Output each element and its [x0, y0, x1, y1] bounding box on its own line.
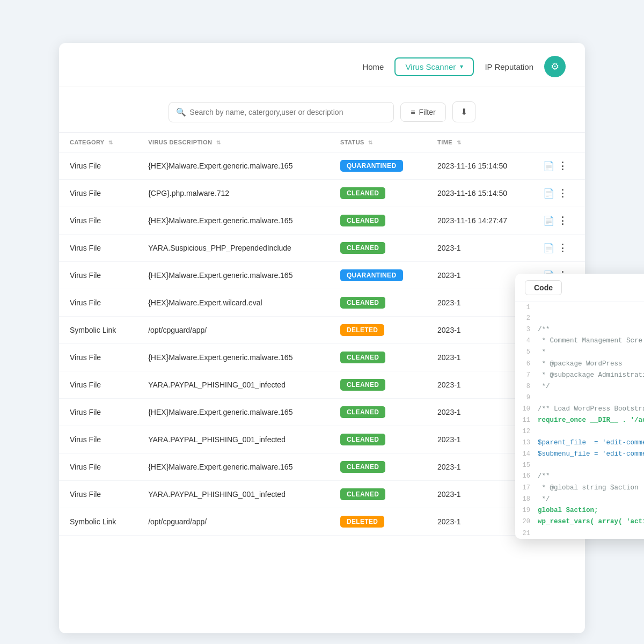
code-overlay-header: Code 386 lines (335 loc) · 11.3 KB	[515, 274, 644, 302]
table-row: Virus File YARA.PAYPAL_PHISHING_001_infe…	[59, 426, 585, 453]
filter-label: Filter	[419, 108, 436, 116]
cell-virus-desc: {CPG}.php.malware.712	[137, 180, 330, 207]
status-badge: CLEANED	[340, 406, 386, 418]
code-line-content: */	[538, 494, 644, 505]
more-options-icon[interactable]: ⋮	[558, 242, 567, 254]
line-number: 4	[521, 335, 538, 346]
code-line-content: * @global string $action	[538, 482, 644, 494]
search-input[interactable]	[169, 102, 394, 122]
download-button[interactable]: ⬇	[452, 101, 475, 122]
settings-gear-button[interactable]: ⚙	[544, 56, 566, 77]
line-number: 11	[521, 415, 538, 426]
col-time: TIME ⇅	[427, 133, 532, 152]
code-line: 5 *	[515, 347, 644, 358]
cell-virus-desc: {HEX}Malware.Expert.wilcard.eval	[137, 289, 330, 317]
gear-icon: ⚙	[551, 61, 559, 72]
code-line: 7 * @subpackage Administrati	[515, 370, 644, 381]
col-virus-description: VIRUS DESCRIPTION ⇅	[137, 133, 330, 152]
cell-time: 2023-11-16 14:27:47	[427, 207, 532, 235]
cell-virus-desc: {HEX}Malware.Expert.generic.malware.165	[137, 262, 330, 289]
code-line: 13$parent_file = 'edit-comme	[515, 437, 644, 449]
nav-ip-reputation[interactable]: IP Reputation	[485, 62, 533, 71]
sort-icon-3: ⇅	[368, 140, 372, 145]
cell-category: Virus File	[59, 262, 137, 289]
code-line-content: $parent_file = 'edit-comme	[538, 437, 644, 449]
cell-virus-desc: YARA.Suspicious_PHP_PrependedInclude	[137, 235, 330, 262]
status-badge: CLEANED	[340, 297, 386, 309]
view-icon[interactable]: 📄	[543, 215, 554, 226]
cell-virus-desc: {HEX}Malware.Expert.generic.malware.165	[137, 207, 330, 235]
line-number: 6	[521, 358, 538, 369]
view-icon[interactable]: 📄	[543, 160, 554, 172]
status-badge: DELETED	[340, 324, 385, 336]
code-line-content: wp_reset_vars( array( 'acti	[538, 516, 644, 528]
table-row: Symbolic Link /opt/cpguard/app/ DELETED …	[59, 508, 585, 536]
code-line: 16/**	[515, 471, 644, 482]
cell-category: Virus File	[59, 399, 137, 426]
table-row: Virus File {HEX}Malware.Expert.generic.m…	[59, 344, 585, 371]
sort-icon-2: ⇅	[216, 140, 221, 145]
virus-table: CATEGORY ⇅ VIRUS DESCRIPTION ⇅ STATUS ⇅ …	[59, 132, 585, 536]
line-number: 10	[521, 404, 538, 414]
chevron-down-icon: ▾	[460, 63, 463, 70]
status-badge: CLEANED	[340, 488, 386, 500]
line-number: 13	[521, 437, 538, 448]
code-line-content: /**	[538, 471, 644, 482]
table-header-row: CATEGORY ⇅ VIRUS DESCRIPTION ⇅ STATUS ⇅ …	[59, 133, 585, 152]
line-number: 12	[521, 426, 538, 437]
code-line: 4 * Comment Management Scre	[515, 335, 644, 347]
cell-status: DELETED	[330, 317, 427, 344]
code-overlay: Code 386 lines (335 loc) · 11.3 KB 123/*…	[515, 274, 644, 539]
table-row: Virus File {HEX}Malware.Expert.generic.m…	[59, 399, 585, 426]
main-card: Home Virus Scanner ▾ IP Reputation ⚙ 🔍 ≡…	[59, 43, 585, 633]
cell-status: CLEANED	[330, 481, 427, 508]
cell-status: CLEANED	[330, 207, 427, 235]
nav-virus-scanner[interactable]: Virus Scanner ▾	[394, 57, 474, 76]
line-number: 7	[521, 370, 538, 380]
table-row: Symbolic Link /opt/cpguard/app/ DELETED …	[59, 317, 585, 344]
cell-virus-desc: YARA.PAYPAL_PHISHING_001_infected	[137, 371, 330, 399]
cell-status: DELETED	[330, 508, 427, 536]
cell-virus-desc: YARA.PAYPAL_PHISHING_001_infected	[137, 426, 330, 453]
status-badge: CLEANED	[340, 187, 386, 199]
code-line: 20wp_reset_vars( array( 'acti	[515, 516, 644, 528]
table-row: Virus File YARA.PAYPAL_PHISHING_001_infe…	[59, 481, 585, 508]
view-icon[interactable]: 📄	[543, 188, 554, 199]
cell-category: Virus File	[59, 453, 137, 481]
search-icon: 🔍	[176, 107, 186, 117]
row-actions: 📄 ⋮	[543, 160, 574, 172]
more-options-icon[interactable]: ⋮	[558, 187, 567, 199]
line-number: 5	[521, 347, 538, 357]
code-line-content: * @subpackage Administrati	[538, 370, 644, 381]
table-row: Virus File {HEX}Malware.Expert.generic.m…	[59, 453, 585, 481]
line-number: 9	[521, 392, 538, 403]
code-line: 19global $action;	[515, 505, 644, 516]
code-line-content: */	[538, 381, 644, 392]
sort-icon: ⇅	[108, 140, 113, 145]
line-number: 20	[521, 516, 538, 527]
code-line: 1	[515, 302, 644, 313]
cell-status: CLEANED	[330, 235, 427, 262]
code-tab-button[interactable]: Code	[525, 280, 562, 295]
nav-home[interactable]: Home	[362, 62, 384, 71]
search-input-wrap: 🔍	[169, 102, 394, 122]
more-options-icon[interactable]: ⋮	[558, 160, 567, 172]
code-line: 10/** Load WordPress Bootstra	[515, 404, 644, 415]
table-row: Virus File {HEX}Malware.Expert.generic.m…	[59, 262, 585, 289]
table-row: Virus File {HEX}Malware.Expert.generic.m…	[59, 152, 585, 180]
code-line: 12	[515, 426, 644, 437]
code-line-content: * @package WordPress	[538, 358, 644, 370]
cell-virus-desc: /opt/cpguard/app/	[137, 508, 330, 536]
filter-button[interactable]: ≡ Filter	[400, 103, 445, 122]
line-number: 15	[521, 460, 538, 471]
view-icon[interactable]: 📄	[543, 243, 554, 254]
line-number: 8	[521, 381, 538, 392]
code-line-content: $submenu_file = 'edit-comme	[538, 449, 644, 460]
status-badge: CLEANED	[340, 461, 386, 473]
status-badge: CLEANED	[340, 215, 386, 226]
nav-bar: Home Virus Scanner ▾ IP Reputation ⚙	[59, 43, 585, 86]
code-body: 123/**4 * Comment Management Scre5 *6 * …	[515, 302, 644, 539]
table-row: Virus File YARA.Suspicious_PHP_Prepended…	[59, 235, 585, 262]
more-options-icon[interactable]: ⋮	[558, 215, 567, 226]
cell-category: Virus File	[59, 152, 137, 180]
